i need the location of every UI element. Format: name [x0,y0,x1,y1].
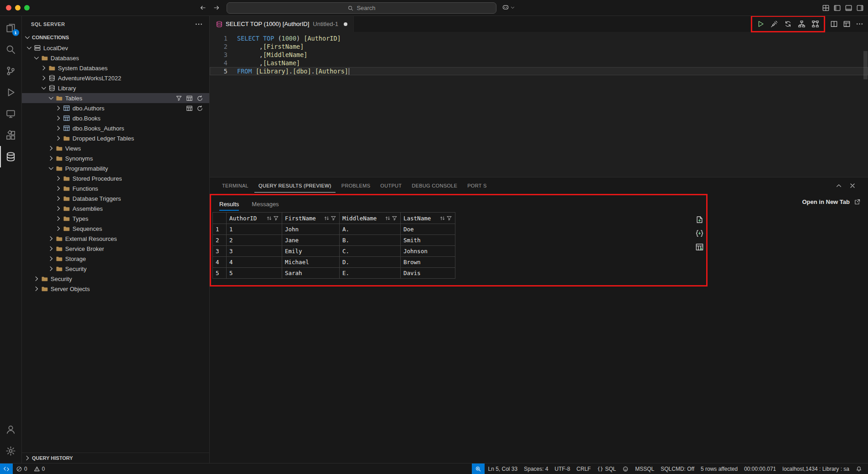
code-line-2[interactable]: 2 ,[FirstName] [210,42,868,51]
grid-cell[interactable]: 1 [227,224,282,235]
filter-icon[interactable] [446,215,452,221]
activity-bar-item-settings[interactable] [0,440,22,462]
chevron-right-icon[interactable] [55,225,62,232]
chevron-down-icon[interactable] [26,44,33,52]
grid-cell[interactable]: 2 [227,235,282,246]
tree-item-dropped-ledger-tables[interactable]: Dropped Ledger Tables [22,133,209,143]
chevron-right-icon[interactable] [55,195,62,202]
chevron-right-icon[interactable] [55,104,62,112]
remote-indicator[interactable] [0,464,13,474]
chevron-down-icon[interactable] [47,94,55,102]
results-tab-messages[interactable]: Messages [252,201,279,211]
grid-cell[interactable]: John [282,224,340,235]
back-icon[interactable] [199,4,207,11]
tree-item-security[interactable]: Security [22,264,209,274]
tree-item-localdev[interactable]: LocalDev [22,43,209,53]
filter-icon[interactable] [176,95,182,102]
grid-cell[interactable]: Brown [401,257,455,268]
tree-item-functions[interactable]: Functions [22,183,209,193]
tree-item-dbo-books[interactable]: dbo.Books [22,113,209,123]
save-as-json-icon[interactable] [695,229,704,238]
layout-sidebar-right-icon[interactable] [856,4,864,12]
layout-grid-icon[interactable] [822,4,830,12]
forward-icon[interactable] [213,4,220,11]
chevron-right-icon[interactable] [33,275,40,282]
chevron-right-icon[interactable] [47,145,55,152]
estimated-plan-button[interactable] [798,20,806,28]
editor-layout-button[interactable] [843,20,851,28]
save-as-csv-icon[interactable] [695,215,704,224]
chevron-right-icon[interactable] [47,155,55,162]
tree-item-dbo-authors[interactable]: dbo.Authors [22,103,209,113]
activity-bar-item-explorer[interactable]: 1 [0,17,22,39]
error-count[interactable]: 0 [13,464,31,474]
chevron-right-icon[interactable] [55,125,62,132]
grid-cell[interactable]: A. [340,224,401,235]
panel-tab-query-results-preview[interactable]: QUERY RESULTS (PREVIEW) [254,178,336,193]
activity-bar-item-search[interactable] [0,39,22,60]
open-in-new-tab-button[interactable]: Open in New Tab [802,198,861,205]
sqlcmd-status[interactable]: SQLCMD: Off [657,464,698,474]
notifications-bell[interactable] [852,464,865,474]
grid-cell[interactable]: Michael [282,257,340,268]
filter-icon[interactable] [273,215,279,221]
tree-item-databases[interactable]: Databases [22,53,209,63]
tree-item-security[interactable]: Security [22,274,209,284]
language-mode[interactable]: {}SQL [594,464,619,474]
panel-tab-problems[interactable]: PROBLEMS [337,178,375,193]
cursor-position[interactable]: Ln 5, Col 33 [485,464,521,474]
grid-cell[interactable]: 3 [227,246,282,257]
activity-bar-item-run-debug[interactable] [0,82,22,103]
editor-scrollbar[interactable] [863,51,868,79]
grid-corner-cell[interactable] [213,213,227,224]
tree-item-server-objects[interactable]: Server Objects [22,284,209,294]
split-editor-button[interactable] [830,20,838,28]
layout-panel-icon[interactable] [845,4,852,12]
connection-info[interactable]: localhost,1434 : Library : sa [779,464,852,474]
tree-item-adventureworkslt2022[interactable]: AdventureWorksLT2022 [22,73,209,83]
tree-item-tables[interactable]: Tables [22,93,209,103]
close-panel-icon[interactable] [849,182,856,189]
row-number-cell[interactable]: 3 [213,246,227,257]
chevron-right-icon[interactable] [55,115,62,122]
code-line-3[interactable]: 3 ,[MiddleName] [210,51,868,59]
grid-cell[interactable]: Smith [401,235,455,246]
column-header-middlename[interactable]: MiddleName [340,213,401,224]
panel-tab-output[interactable]: OUTPUT [376,178,406,193]
tree-item-stored-procedures[interactable]: Stored Procedures [22,173,209,183]
close-window-button[interactable] [6,5,11,10]
code-line-5[interactable]: 5FROM [Library].[dbo].[Authors] [210,67,868,75]
panel-tab-debug-console[interactable]: DEBUG CONSOLE [408,178,461,193]
code-line-4[interactable]: 4 ,[LastName] [210,59,868,67]
sort-icon[interactable] [439,215,445,221]
code-editor[interactable]: 1SELECT TOP (1000) [AuthorID]2 ,[FirstNa… [210,32,868,177]
editor-tab[interactable]: SELECT TOP (1000) [AuthorID] Untitled-1 [210,16,354,32]
warning-count[interactable]: 0 [31,464,48,474]
chevron-right-icon[interactable] [47,235,55,242]
maximize-window-button[interactable] [24,5,30,10]
grid-cell[interactable]: C. [340,246,401,257]
toggle-sqlcmd-button[interactable] [811,20,819,28]
query-history-section-header[interactable]: QUERY HISTORY [22,453,209,463]
save-as-excel-icon[interactable] [695,243,704,251]
chevron-right-icon[interactable] [47,265,55,272]
maximize-panel-icon[interactable] [835,182,842,189]
row-number-cell[interactable]: 2 [213,235,227,246]
command-center-search[interactable]: Search [227,2,496,14]
refresh-icon[interactable] [196,95,203,102]
tree-item-database-triggers[interactable]: Database Triggers [22,193,209,203]
tree-item-assemblies[interactable]: Assemblies [22,203,209,214]
row-number-cell[interactable]: 5 [213,268,227,279]
end-of-line[interactable]: CRLF [574,464,594,474]
code-line-1[interactable]: 1SELECT TOP (1000) [AuthorID] [210,34,868,42]
chevron-right-icon[interactable] [40,74,47,82]
activity-bar-item-sql-server[interactable] [0,146,22,167]
query-time[interactable]: 00:00:00.071 [741,464,779,474]
connections-section-header[interactable]: CONNECTIONS [22,32,209,43]
grid-cell[interactable]: D. [340,257,401,268]
minimize-window-button[interactable] [15,5,21,10]
filter-icon[interactable] [392,215,398,221]
grid-cell[interactable]: Johnson [401,246,455,257]
layout-sidebar-left-icon[interactable] [833,4,841,12]
grid-cell[interactable]: E. [340,268,401,279]
